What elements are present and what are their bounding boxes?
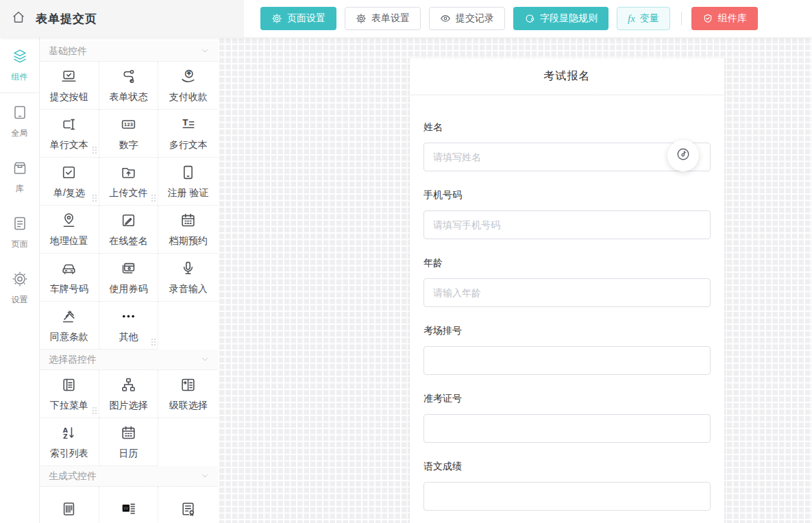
- panel-item-label: 同意条款: [50, 331, 88, 343]
- panel-section-grid: W: [40, 487, 218, 523]
- panel-item-label: 提交按钮: [50, 91, 88, 104]
- panel-item-geo-location[interactable]: 地理位置: [40, 206, 99, 254]
- timer-bubble-button[interactable]: [667, 140, 699, 171]
- svg-text:W: W: [123, 505, 129, 511]
- field-label: 语文成绩: [423, 461, 711, 473]
- form-field: 语文成绩: [423, 461, 711, 511]
- component-library-button[interactable]: 组件库: [691, 7, 758, 30]
- az-sort-icon: AZ: [60, 424, 77, 444]
- panel-item-label: 日历: [119, 448, 138, 460]
- loop-icon: [524, 13, 535, 24]
- panel-item-image-select[interactable]: 图片选择: [99, 370, 159, 418]
- field-input[interactable]: [423, 210, 711, 239]
- sidebar-item-library[interactable]: 库: [0, 149, 39, 204]
- home-icon[interactable]: [11, 10, 26, 27]
- panel-item-single-line-text[interactable]: 单行文本: [40, 110, 99, 158]
- drag-handle-icon[interactable]: [93, 147, 94, 148]
- panel-item-label: 表单状态: [109, 91, 147, 104]
- panel-item-label: 单行文本: [50, 139, 88, 151]
- form-settings-button[interactable]: 表单设置: [345, 7, 421, 30]
- drag-handle-icon[interactable]: [151, 195, 153, 196]
- button-label: 字段显隐规则: [540, 12, 598, 25]
- gavel-icon: [60, 308, 77, 328]
- panel-section-header[interactable]: 生成式控件: [40, 466, 218, 487]
- panel-item-cascade-select[interactable]: 级联选择: [158, 370, 218, 418]
- variables-button[interactable]: fx变量: [617, 7, 670, 30]
- panel-section-title: 基础控件: [49, 45, 87, 58]
- mic-icon: [180, 260, 197, 280]
- panel-item-other[interactable]: 其他: [99, 302, 159, 350]
- drag-handle-icon[interactable]: [93, 195, 94, 196]
- field-visibility-rules-button[interactable]: 字段显隐规则: [513, 7, 608, 30]
- panel-item-register-verify[interactable]: 注册 验证: [158, 158, 218, 206]
- calendar-icon: [120, 424, 137, 444]
- panel-item-agree-terms[interactable]: 同意条款: [40, 302, 99, 350]
- cascade-icon: [180, 376, 197, 396]
- sidebar-item-label: 全局: [12, 127, 28, 139]
- panel-item-label: 其他: [119, 331, 138, 343]
- sidebar-item-settings[interactable]: 设置: [0, 260, 39, 315]
- sidebar-item-label: 库: [16, 183, 24, 195]
- form-preview-card: 考试报名 姓名手机号码年龄考场排号准考证号语文成绩: [410, 58, 724, 523]
- calendar-icon: [180, 212, 197, 232]
- design-canvas[interactable]: 考试报名 姓名手机号码年龄考场排号准考证号语文成绩: [218, 37, 812, 523]
- laptop-check-icon: [60, 68, 77, 88]
- panel-item-single-multi-choice[interactable]: 单/复选: [40, 158, 99, 206]
- map-pin-icon: [60, 212, 77, 232]
- field-input[interactable]: [423, 414, 711, 443]
- panel-item-word-doc[interactable]: W: [99, 487, 159, 523]
- upload-folder-icon: [120, 164, 137, 184]
- sidebar-item-pages[interactable]: 页面: [0, 204, 39, 260]
- panel-item-voice-input[interactable]: 录音输入: [158, 254, 218, 302]
- num123-icon: 123: [120, 116, 137, 136]
- sidebar-item-label: 页面: [12, 239, 28, 250]
- panel-item-schedule-booking[interactable]: 档期预约: [158, 206, 218, 254]
- field-input[interactable]: [423, 482, 711, 511]
- submission-records-button[interactable]: 提交记录: [429, 7, 505, 30]
- field-input[interactable]: [423, 278, 711, 307]
- panel-item-coupon-code[interactable]: 使用券码: [99, 254, 159, 302]
- drag-handle-icon[interactable]: [151, 339, 153, 340]
- form-title[interactable]: 考试报名: [410, 58, 724, 95]
- panel-item-index-list[interactable]: AZ索引列表: [40, 418, 99, 466]
- gear-icon: [271, 13, 282, 24]
- timer-icon: [676, 147, 691, 165]
- panel-section-grid: 下拉菜单图片选择级联选择AZ索引列表日历: [40, 370, 218, 466]
- page-icon: [12, 215, 28, 234]
- button-label: 页面设置: [287, 12, 325, 25]
- panel-item-label: 多行文本: [169, 139, 208, 151]
- button-label: 提交记录: [456, 12, 494, 25]
- panel-item-form-status[interactable]: 表单状态: [99, 62, 159, 110]
- panel-item-certificate[interactable]: [158, 487, 218, 523]
- tablet-icon: [12, 104, 28, 123]
- panel-item-license-plate[interactable]: 车牌号码: [40, 254, 99, 302]
- header-divider: [681, 12, 682, 25]
- sidebar-item-global[interactable]: 全局: [0, 93, 39, 149]
- text-cursor-icon: [60, 116, 77, 136]
- panel-item-submit-button[interactable]: 提交按钮: [40, 62, 99, 110]
- button-label: 变量: [640, 12, 659, 25]
- sidebar-item-components[interactable]: 组件: [0, 37, 39, 93]
- panel-item-multi-line-text[interactable]: T多行文本: [158, 110, 218, 158]
- panel-item-dropdown-menu[interactable]: 下拉菜单: [40, 370, 99, 418]
- panel-item-label: 使用券码: [109, 283, 147, 295]
- panel-section-header[interactable]: 基础控件: [40, 41, 218, 62]
- form-field: 手机号码: [423, 189, 711, 239]
- panel-item-label: 车牌号码: [50, 283, 88, 295]
- panel-item-online-signature[interactable]: 在线签名: [99, 206, 159, 254]
- panel-item-barcode[interactable]: [40, 487, 99, 523]
- panel-section-header[interactable]: 选择器控件: [40, 350, 218, 370]
- panel-item-payment-collect[interactable]: ¥支付收款: [158, 62, 218, 110]
- page-settings-button[interactable]: 页面设置: [260, 7, 336, 30]
- left-nav-rail: 组件全局库页面设置: [0, 37, 40, 523]
- panel-item-number[interactable]: 123数字: [99, 110, 159, 158]
- panel-item-calendar[interactable]: 日历: [99, 418, 159, 466]
- header-title-area: 表单提交页: [0, 0, 244, 37]
- org-icon: [120, 376, 137, 396]
- drag-handle-icon[interactable]: [93, 407, 94, 409]
- chevron-down-icon: [201, 46, 209, 57]
- panel-item-label: 图片选择: [109, 400, 147, 412]
- panel-item-upload-file[interactable]: 上传文件: [99, 158, 159, 206]
- svg-text:123: 123: [124, 122, 133, 127]
- field-input[interactable]: [423, 346, 711, 375]
